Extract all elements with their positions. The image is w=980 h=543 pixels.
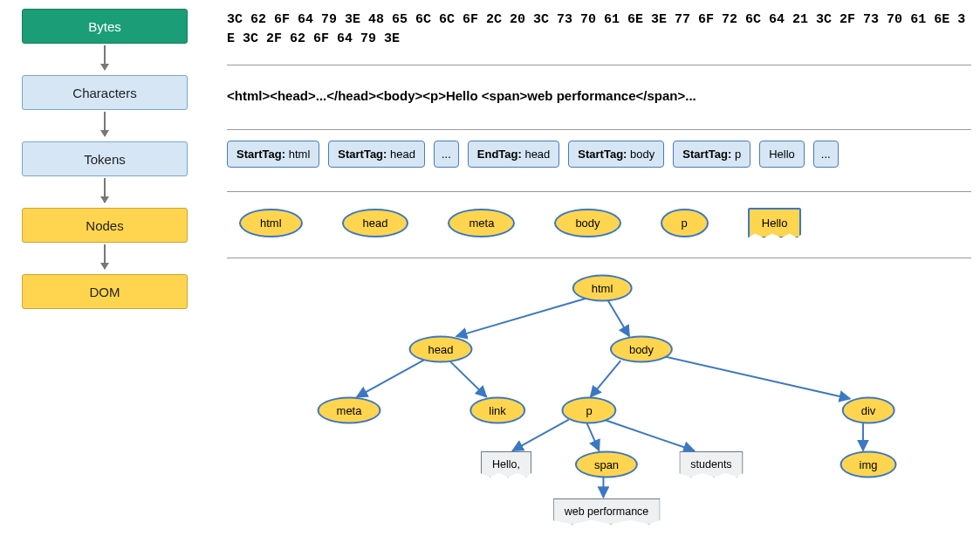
tree-node-img: img: [840, 450, 897, 478]
node-ellipse: head: [342, 209, 409, 237]
tree-node-html: html: [572, 274, 633, 301]
svg-line-2: [357, 359, 426, 397]
svg-line-1: [607, 299, 629, 336]
svg-line-3: [448, 359, 487, 397]
token-value: head: [524, 148, 550, 161]
token-value: body: [630, 148, 654, 161]
node-ellipse: html: [239, 209, 303, 237]
tree-text-webperf: web performance: [553, 498, 661, 525]
token-label: StartTag:: [236, 148, 289, 161]
node-ellipse: p: [661, 209, 709, 237]
svg-line-6: [512, 419, 568, 450]
token-box: Hello: [759, 141, 805, 168]
tree-node-span: span: [575, 450, 638, 478]
characters-text: <html><head>...</head><body><p>Hello <sp…: [227, 88, 971, 103]
token-value: ...: [821, 148, 831, 161]
arrow-down-icon: [104, 45, 106, 70]
tree-edges: [227, 267, 971, 519]
tree-text-hello: Hello,: [481, 451, 531, 478]
tree-node-body: body: [610, 335, 673, 362]
token-label: StartTag:: [338, 148, 390, 161]
node-ellipse: meta: [448, 209, 515, 237]
svg-line-0: [456, 298, 586, 336]
token-label: StartTag:: [682, 148, 735, 161]
token-box: StartTag: html: [227, 141, 319, 168]
divider: [227, 258, 971, 258]
node-text-chip: Hello: [748, 208, 802, 238]
arrow-down-icon: [104, 178, 106, 203]
svg-line-4: [591, 361, 621, 397]
svg-line-8: [603, 419, 694, 450]
tree-node-link: link: [469, 396, 525, 423]
divider: [227, 129, 971, 130]
svg-line-5: [660, 355, 850, 399]
stage-tokens: Tokens: [22, 141, 188, 176]
svg-line-7: [586, 421, 600, 450]
token-label: EndTag:: [477, 148, 525, 161]
stage-characters: Characters: [22, 75, 188, 110]
content-column: 3C 62 6F 64 79 3E 48 65 6C 6C 6F 2C 20 3…: [201, 9, 971, 520]
token-box: ...: [813, 141, 839, 168]
dom-tree: html head body meta link p div Hello, sp…: [227, 267, 971, 520]
characters-content: <html><head>...</head><body><p>Hello <sp…: [227, 74, 971, 122]
token-value: head: [390, 148, 415, 161]
token-label: StartTag:: [578, 148, 630, 161]
tree-node-div: div: [842, 396, 895, 423]
bytes-hex-text: 3C 62 6F 64 79 3E 48 65 6C 6C 6F 2C 20 3…: [227, 10, 971, 49]
token-box: ...: [434, 141, 459, 168]
token-box: StartTag: p: [673, 141, 750, 168]
divider: [227, 191, 971, 192]
stage-bytes: Bytes: [22, 9, 188, 44]
divider: [227, 65, 971, 65]
stage-nodes: Nodes: [22, 208, 188, 243]
token-box: EndTag: head: [468, 141, 560, 168]
tree-text-students: students: [679, 451, 743, 478]
arrow-down-icon: [104, 112, 106, 136]
bytes-content: 3C 62 6F 64 79 3E 48 65 6C 6C 6F 2C 20 3…: [227, 9, 971, 58]
token-value: ...: [442, 148, 451, 161]
tree-node-head: head: [409, 335, 473, 362]
stage-dom: DOM: [22, 274, 188, 309]
token-box: StartTag: body: [568, 141, 664, 168]
token-value: p: [735, 148, 741, 161]
nodes-content: htmlheadmetabodypHello: [227, 201, 971, 251]
token-box: StartTag: head: [328, 141, 425, 168]
stage-column: Bytes Characters Tokens Nodes DOM: [9, 9, 201, 309]
tree-node-meta: meta: [318, 396, 381, 423]
token-value: html: [289, 148, 311, 161]
tokens-content: StartTag: htmlStartTag: head...EndTag: h…: [227, 139, 971, 184]
tree-node-p: p: [561, 396, 616, 423]
node-ellipse: body: [554, 209, 620, 237]
token-value: Hello: [769, 148, 795, 161]
arrow-down-icon: [104, 244, 106, 269]
